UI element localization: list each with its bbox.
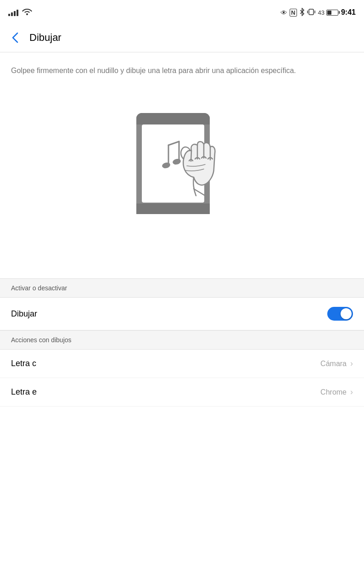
toggle-track[interactable] <box>327 307 353 321</box>
signal-icon <box>8 9 18 16</box>
back-button[interactable] <box>9 31 22 44</box>
letra-e-row[interactable]: Letra e Chrome › <box>0 378 364 407</box>
battery-percent: 43 <box>318 9 325 16</box>
dibujar-toggle-row[interactable]: Dibujar <box>0 298 364 330</box>
dibujar-label: Dibujar <box>11 309 37 319</box>
svg-rect-2 <box>309 9 314 15</box>
dibujar-toggle[interactable] <box>327 307 353 321</box>
time-display: 9:41 <box>341 8 356 17</box>
status-right: 👁 N 43 <box>280 8 356 17</box>
status-icons: 👁 N <box>280 8 315 17</box>
illustration-container <box>0 85 364 278</box>
status-left <box>8 8 32 17</box>
letra-e-value: Chrome › <box>320 387 353 397</box>
eye-icon: 👁 <box>280 9 287 17</box>
letra-c-app: Cámara <box>320 360 347 368</box>
nfc-icon: N <box>290 9 297 17</box>
svg-rect-8 <box>136 119 210 124</box>
bluetooth-icon <box>299 8 305 17</box>
settings-container: Activar o desactivar Dibujar Acciones co… <box>0 278 364 407</box>
vibrate-icon <box>307 8 315 17</box>
letra-c-row[interactable]: Letra c Cámara › <box>0 350 364 378</box>
letra-c-label: Letra c <box>11 359 36 368</box>
description-text: Golpee firmemente con el nudillo y dibuj… <box>11 65 353 76</box>
letra-e-label: Letra e <box>11 387 37 397</box>
section-header-activate: Activar o desactivar <box>0 278 364 298</box>
knuckle-illustration <box>109 95 256 260</box>
wifi-icon <box>22 8 32 17</box>
letra-c-chevron: › <box>350 359 353 368</box>
page-header: Dibujar <box>0 23 364 52</box>
svg-rect-10 <box>136 208 210 214</box>
page-title: Dibujar <box>29 32 62 44</box>
description-section: Golpee firmemente con el nudillo y dibuj… <box>0 52 364 85</box>
letra-c-value: Cámara › <box>320 359 353 368</box>
battery-indicator: 43 <box>318 9 338 16</box>
section-header-actions: Acciones con dibujos <box>0 330 364 350</box>
status-bar: 👁 N 43 <box>0 0 364 23</box>
toggle-thumb <box>341 308 352 319</box>
letra-e-chevron: › <box>350 387 353 397</box>
battery-icon <box>326 10 338 16</box>
letra-e-app: Chrome <box>320 388 347 396</box>
